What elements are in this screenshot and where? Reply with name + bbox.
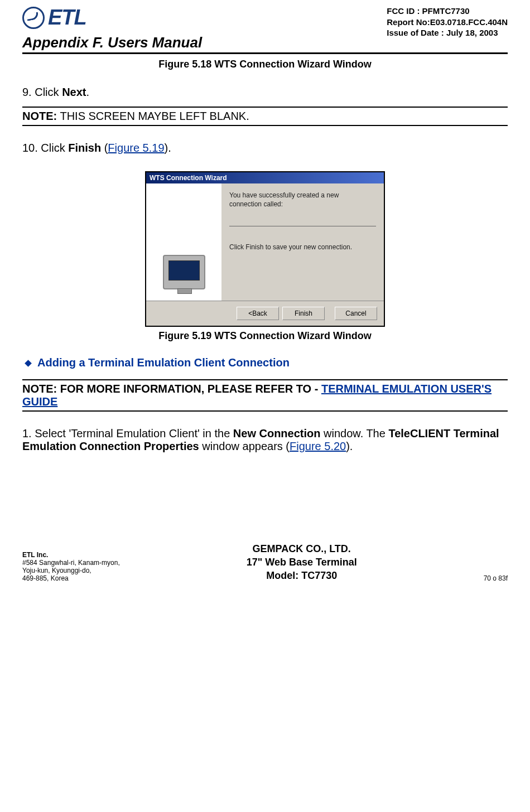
wizard-connection-name-field[interactable] <box>229 226 376 226</box>
footer-center: GEMPACK CO., LTD. 17" Web Base Terminal … <box>247 542 357 583</box>
step1-bold1: New Connection <box>233 427 321 439</box>
step-10: 10. Click Finish (Figure 5.19). <box>22 142 508 154</box>
step9-prefix: 9. Click <box>22 86 62 98</box>
step10-paren-close: ). <box>165 142 171 154</box>
note1-top-rule <box>22 107 508 108</box>
step10-bold: Finish <box>68 142 101 154</box>
note2-top-rule <box>22 379 508 380</box>
cancel-button[interactable]: Cancel <box>335 307 377 320</box>
wizard-line1: You have successfully created a new <box>229 191 376 199</box>
finish-button[interactable]: Finish <box>282 307 325 320</box>
step9-suffix: . <box>86 86 89 98</box>
footer-addr3: 469-885, Korea <box>22 574 120 582</box>
step10-prefix: 10. Click <box>22 142 68 154</box>
footer-addr1: #584 Sangwhal-ri, Kanam-myon, <box>22 559 120 567</box>
step1-prefix: 1. Select 'Terminal Emulation Client' in… <box>22 427 233 439</box>
wts-wizard-window: WTS Connection Wizard You have successfu… <box>145 171 385 327</box>
wizard-button-row: <BackFinishCancel <box>146 301 384 326</box>
step10-paren-open: ( <box>101 142 108 154</box>
footer-company: ETL Inc. <box>22 551 120 559</box>
footer-center3: Model: TC7730 <box>247 569 357 582</box>
note2-label: NOTE: <box>22 383 60 395</box>
wizard-line3: Click Finish to save your new connection… <box>229 243 376 251</box>
note2-bottom-rule <box>22 410 508 412</box>
issue-date: Issue of Date : July 18, 2003 <box>387 27 508 38</box>
monitor-icon <box>163 255 205 289</box>
footer-left: ETL Inc. #584 Sangwhal-ri, Kanam-myon, Y… <box>22 551 120 582</box>
step1-mid: window. The <box>320 427 388 439</box>
wizard-content: You have successfully created a new conn… <box>221 183 384 301</box>
report-no: Report No:E03.0718.FCC.404N <box>387 17 508 28</box>
step-9: 9. Click Next. <box>22 86 508 99</box>
note1-body: THIS SCREEN MAYBE LEFT BLANK. <box>57 110 249 122</box>
footer-addr2: Yoju-kun, Kyounggi-do, <box>22 567 120 574</box>
section-heading-text: Adding a Terminal Emulation Client Conne… <box>37 356 290 369</box>
back-button[interactable]: <Back <box>237 307 279 320</box>
header-meta: FCC ID : PFMTC7730 Report No:E03.0718.FC… <box>387 6 508 38</box>
step1-end: ). <box>346 440 353 452</box>
wizard-sidebar-image <box>146 183 221 301</box>
note1-bottom-rule <box>22 125 508 126</box>
footer-center2: 17" Web Base Terminal <box>247 555 357 569</box>
wizard-line2: connection called: <box>229 200 376 208</box>
wizard-titlebar: WTS Connection Wizard <box>146 172 384 183</box>
footer-center1: GEMPACK CO., LTD. <box>247 542 357 555</box>
header-divider <box>22 52 508 54</box>
fcc-id: FCC ID : PFMTC7730 <box>387 6 508 17</box>
step-1: 1. Select 'Terminal Emulation Client' in… <box>22 427 508 453</box>
figure-518-caption: Figure 5.18 WTS Connection Wizard Window <box>22 59 508 70</box>
figure-519-link[interactable]: Figure 5.19 <box>108 142 164 154</box>
diamond-bullet-icon <box>25 360 32 367</box>
figure-519-caption: Figure 5.19 WTS Connection Wizard Window <box>22 330 508 342</box>
step9-bold: Next <box>62 86 86 98</box>
figure-520-link[interactable]: Figure 5.20 <box>290 440 346 452</box>
etl-logo: ETL <box>22 6 86 30</box>
footer-right: 70 o 83f <box>484 574 508 582</box>
step1-mid2: window appears ( <box>199 440 290 452</box>
logo-text: ETL <box>48 6 86 30</box>
note2-body: FOR MORE INFORMATION, PLEASE REFER TO - <box>60 383 321 395</box>
logo-mark-icon <box>22 7 45 29</box>
note-1: NOTE: THIS SCREEN MAYBE LEFT BLANK. <box>22 110 508 123</box>
section-heading-terminal-emulation: Adding a Terminal Emulation Client Conne… <box>22 356 508 369</box>
note1-label: NOTE: <box>22 110 57 122</box>
page-footer: ETL Inc. #584 Sangwhal-ri, Kanam-myon, Y… <box>22 542 508 583</box>
note-2: NOTE: FOR MORE INFORMATION, PLEASE REFER… <box>22 383 508 408</box>
